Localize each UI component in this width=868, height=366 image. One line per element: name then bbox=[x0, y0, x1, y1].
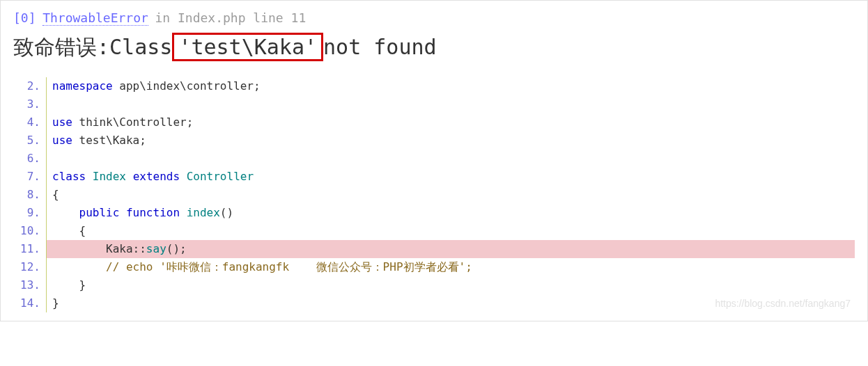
code-snippet: 2.namespace app\index\controller;3. 4.us… bbox=[13, 77, 855, 312]
code-line: 8.{ bbox=[13, 186, 855, 204]
code-line: 9. public function index() bbox=[13, 204, 855, 222]
line-number: 13. bbox=[13, 276, 47, 294]
code-line: 2.namespace app\index\controller; bbox=[13, 77, 855, 95]
code-line-highlight: 11. Kaka::say(); bbox=[13, 240, 855, 258]
title-prefix: 致命错误: bbox=[13, 33, 109, 62]
line-number: 9. bbox=[13, 204, 47, 222]
line-number: 5. bbox=[13, 132, 47, 150]
code-content: } bbox=[47, 276, 855, 294]
line-number: 4. bbox=[13, 113, 47, 132]
code-content: // echo '咔咔微信：fangkangfk 微信公众号：PHP初学者必看'… bbox=[47, 258, 855, 276]
code-content: Kaka::say(); bbox=[47, 240, 855, 258]
file-line: Index.php line 11 bbox=[178, 10, 306, 25]
error-type-link[interactable]: ThrowableError bbox=[42, 10, 148, 26]
error-page: [0] ThrowableError in Index.php line 11 … bbox=[0, 0, 868, 321]
code-line: 4.use think\Controller; bbox=[13, 113, 855, 132]
error-location: in Index.php line 11 bbox=[155, 10, 306, 25]
code-content: namespace app\index\controller; bbox=[47, 77, 855, 95]
code-content: use test\Kaka; bbox=[47, 132, 855, 150]
code-content: } bbox=[47, 294, 855, 312]
line-number: 10. bbox=[13, 222, 47, 240]
error-header: [0] ThrowableError in Index.php line 11 bbox=[1, 1, 867, 26]
error-title: 致命错误: Class 'test\Kaka' not found bbox=[1, 26, 867, 77]
code-line: 5.use test\Kaka; bbox=[13, 132, 855, 150]
code-content: { bbox=[47, 186, 855, 204]
title-highlight-box: 'test\Kaka' bbox=[172, 33, 323, 61]
line-number: 2. bbox=[13, 77, 47, 95]
code-content bbox=[47, 95, 855, 113]
line-number: 6. bbox=[13, 150, 47, 168]
code-content: { bbox=[47, 222, 855, 240]
code-content: use think\Controller; bbox=[47, 113, 855, 132]
in-word: in bbox=[155, 10, 170, 25]
code-line: 10. { bbox=[13, 222, 855, 240]
code-content: public function index() bbox=[47, 204, 855, 222]
code-line: 13. } bbox=[13, 276, 855, 294]
line-number: 12. bbox=[13, 258, 47, 276]
title-before: Class bbox=[109, 35, 172, 59]
code-content: class Index extends Controller bbox=[47, 168, 855, 186]
code-line: 7.class Index extends Controller bbox=[13, 168, 855, 186]
line-number: 14. bbox=[13, 294, 47, 312]
code-line: 3. bbox=[13, 95, 855, 113]
code-content bbox=[47, 150, 855, 168]
line-number: 3. bbox=[13, 95, 47, 113]
line-number: 8. bbox=[13, 186, 47, 204]
code-line: 14.} bbox=[13, 294, 855, 312]
code-line: 12. // echo '咔咔微信：fangkangfk 微信公众号：PHP初学… bbox=[13, 258, 855, 276]
code-line: 6. bbox=[13, 150, 855, 168]
error-index: [0] bbox=[13, 10, 36, 25]
title-after: not found bbox=[323, 35, 437, 59]
line-number: 7. bbox=[13, 168, 47, 186]
line-number: 11. bbox=[13, 240, 47, 258]
